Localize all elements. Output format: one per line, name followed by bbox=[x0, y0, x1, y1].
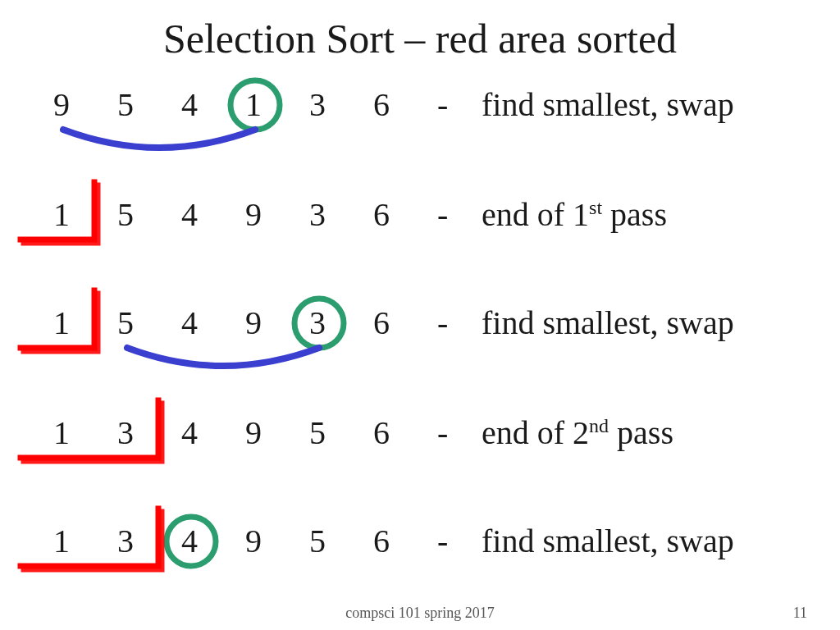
caption-4: find smallest, swap bbox=[482, 522, 734, 560]
dash-2: - bbox=[437, 304, 482, 342]
swap-arc-icon bbox=[63, 130, 255, 148]
slide: Selection Sort – red area sorted 954136-… bbox=[0, 0, 840, 630]
cell-1-1: 5 bbox=[117, 195, 181, 234]
cell-0-3: 1 bbox=[245, 85, 309, 124]
cell-3-2: 4 bbox=[181, 413, 245, 452]
cell-2-5: 6 bbox=[373, 304, 437, 342]
cell-2-1: 5 bbox=[117, 304, 181, 342]
cell-4-5: 6 bbox=[373, 522, 437, 560]
row-1: 154936-end of 1st pass bbox=[53, 195, 667, 234]
cell-1-5: 6 bbox=[373, 195, 437, 234]
cell-3-1: 3 bbox=[117, 413, 181, 452]
dash-1: - bbox=[437, 195, 482, 234]
cell-0-5: 6 bbox=[373, 85, 437, 124]
cell-0-2: 4 bbox=[181, 85, 245, 124]
footer-course: compsci 101 spring 2017 bbox=[0, 605, 840, 622]
cell-4-4: 5 bbox=[309, 522, 373, 560]
row-4: 134956-find smallest, swap bbox=[53, 522, 734, 560]
cell-4-0: 1 bbox=[53, 522, 117, 560]
row-0: 954136-find smallest, swap bbox=[53, 85, 734, 124]
slide-title: Selection Sort – red area sorted bbox=[0, 15, 840, 62]
cell-2-4: 3 bbox=[309, 304, 373, 342]
cell-3-3: 9 bbox=[245, 413, 309, 452]
cell-2-0: 1 bbox=[53, 304, 117, 342]
row-3: 134956-end of 2nd pass bbox=[53, 413, 673, 452]
cell-0-4: 3 bbox=[309, 85, 373, 124]
cell-1-0: 1 bbox=[53, 195, 117, 234]
cell-1-3: 9 bbox=[245, 195, 309, 234]
cell-0-0: 9 bbox=[53, 85, 117, 124]
cell-4-2: 4 bbox=[181, 522, 245, 560]
cell-1-4: 3 bbox=[309, 195, 373, 234]
row-2: 154936-find smallest, swap bbox=[53, 304, 734, 342]
cell-1-2: 4 bbox=[181, 195, 245, 234]
dash-0: - bbox=[437, 85, 482, 124]
dash-4: - bbox=[437, 522, 482, 560]
cell-4-3: 9 bbox=[245, 522, 309, 560]
cell-2-2: 4 bbox=[181, 304, 245, 342]
caption-1: end of 1st pass bbox=[482, 195, 667, 234]
swap-arc-icon bbox=[127, 348, 319, 366]
caption-3: end of 2nd pass bbox=[482, 413, 673, 452]
cell-4-1: 3 bbox=[117, 522, 181, 560]
page-number: 11 bbox=[793, 605, 807, 622]
dash-3: - bbox=[437, 413, 482, 452]
cell-3-5: 6 bbox=[373, 413, 437, 452]
cell-0-1: 5 bbox=[117, 85, 181, 124]
cell-3-4: 5 bbox=[309, 413, 373, 452]
caption-0: find smallest, swap bbox=[482, 85, 734, 124]
cell-2-3: 9 bbox=[245, 304, 309, 342]
cell-3-0: 1 bbox=[53, 413, 117, 452]
caption-2: find smallest, swap bbox=[482, 304, 734, 342]
